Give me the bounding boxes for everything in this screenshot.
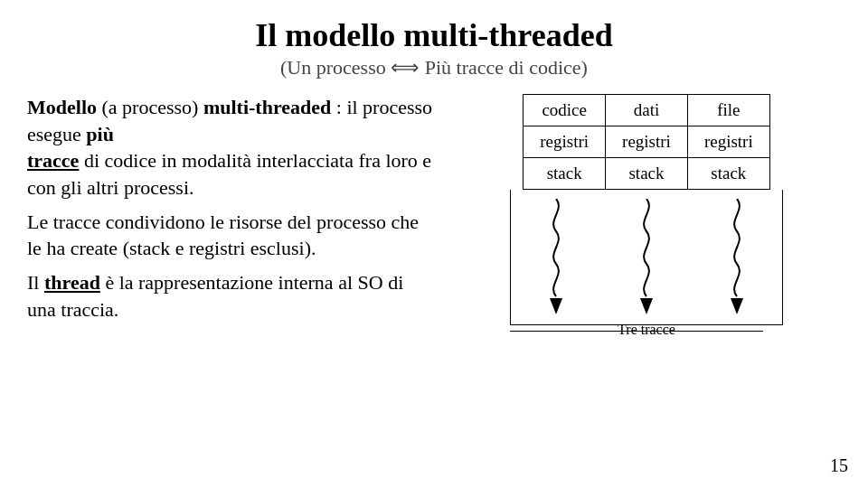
tracce-label: tracce — [27, 149, 79, 172]
thread-word: thread — [44, 271, 100, 294]
cell-registri-3: registri — [687, 126, 769, 158]
svg-marker-0 — [550, 298, 562, 314]
wavy-container — [510, 190, 783, 325]
svg-marker-1 — [640, 298, 653, 314]
paragraph-2: Le tracce condividono le risorse del pro… — [27, 209, 434, 262]
paragraph-3: Il thread è la rappresentazione interna … — [27, 269, 434, 323]
wavy-arrow-3 — [714, 199, 760, 316]
text-a-processo: (a processo) — [102, 96, 203, 118]
text-il: Il — [27, 271, 44, 294]
cell-stack-3: stack — [687, 158, 769, 190]
slide: Il modello multi-threaded (Un processo ⟺… — [0, 0, 868, 487]
bottom-row: Tre tracce — [510, 327, 783, 332]
text-le-tracce: Le tracce condividono le risorse del pro… — [27, 211, 419, 260]
main-content: Modello (a processo) multi-threaded : il… — [0, 85, 868, 487]
cell-stack-2: stack — [606, 158, 688, 190]
wavy-col-1 — [511, 199, 601, 316]
bold-modello: Modello — [27, 96, 97, 118]
text-column: Modello (a processo) multi-threaded : il… — [27, 94, 443, 469]
svg-marker-2 — [731, 298, 743, 314]
wavy-arrow-2 — [624, 199, 669, 316]
tre-tracce-label: Tre tracce — [618, 322, 675, 338]
table-row-2: registri registri registri — [524, 126, 769, 158]
bold-piu: più — [86, 123, 114, 145]
cell-registri-1: registri — [524, 126, 606, 158]
cell-dati: dati — [606, 95, 688, 126]
diagram-column: codice dati file registri registri regis… — [443, 94, 850, 469]
header: Il modello multi-threaded (Un processo ⟺… — [0, 0, 868, 85]
thread-table: codice dati file registri registri regis… — [523, 94, 769, 190]
text-tracce-rest: di codice in modalità interlacciata fra … — [27, 149, 431, 199]
cell-codice: codice — [524, 95, 606, 126]
page-number: 15 — [830, 455, 848, 476]
wavy-col-3 — [692, 199, 782, 316]
cell-registri-2: registri — [606, 126, 688, 158]
table-row-1: codice dati file — [524, 95, 769, 126]
subtitle: (Un processo ⟺ Più tracce di codice) — [18, 56, 850, 80]
wavy-arrow-1 — [533, 199, 579, 316]
cell-file: file — [687, 95, 769, 126]
main-title: Il modello multi-threaded — [18, 16, 850, 54]
cell-stack-1: stack — [524, 158, 606, 190]
bold-multithreaded: multi-threaded — [203, 96, 331, 118]
paragraph-1: Modello (a processo) multi-threaded : il… — [27, 94, 434, 201]
table-row-3: stack stack stack — [524, 158, 769, 190]
wavy-col-2 — [601, 199, 692, 316]
